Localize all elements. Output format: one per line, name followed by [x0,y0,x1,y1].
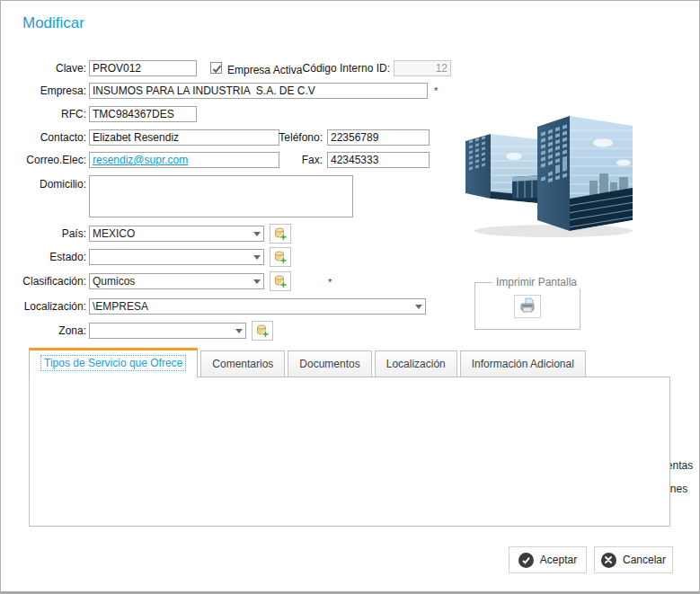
modificar-dialog: Modificar Clave: Empresa Activa Código I… [0,0,700,594]
database-add-icon [273,274,288,289]
localizacion-value: \EMPRESA [90,300,412,313]
correo-field[interactable]: resendiz@supr.com [89,152,279,168]
empresa-required-mark: * [434,86,438,95]
localizacion-label: Localización: [8,298,86,315]
tab-label: Tipos de Servicio que Ofrece [40,355,186,371]
clasificacion-value: Qumicos [90,275,250,288]
cancelar-label: Cancelar [623,554,666,566]
chevron-down-icon[interactable] [250,274,263,288]
codigo-interno-label: Código Interno ID: [297,60,390,76]
check-icon [211,63,223,75]
pais-combo[interactable]: MEXICO [89,226,264,242]
contacto-label: Contacto: [8,129,86,146]
correo-label: Correo.Elec: [8,152,86,168]
check-circle-icon [518,553,534,568]
email-link[interactable]: resendiz@supr.com [93,154,188,166]
chevron-down-icon[interactable] [412,299,425,314]
database-add-icon [255,324,270,339]
fax-input[interactable] [327,152,430,168]
print-screen-button[interactable] [514,295,541,318]
contacto-input[interactable] [89,129,279,146]
rfc-label: RFC: [8,106,86,122]
tab-label: Comentarios [212,358,273,370]
zona-combo[interactable] [89,323,246,339]
telefono-input[interactable] [327,129,430,146]
servicios-tab-panel [29,377,670,527]
add-estado-button[interactable] [270,247,291,267]
empresa-activa-label: Empresa Activa [227,62,308,78]
page-title: Modificar [22,14,84,32]
imprimir-pantalla-group: Imprimir Pantalla [474,276,580,330]
clave-input[interactable] [89,60,197,76]
tab-localizacion[interactable]: Localización [375,350,457,377]
telefono-label: Teléfono: [253,129,323,146]
database-add-icon [273,226,288,242]
tab-informacion-adicional[interactable]: Información Adicional [460,350,586,377]
tab-strip: Tipos de Servicio que Ofrece Comentarios… [29,348,586,377]
aceptar-label: Aceptar [540,554,577,566]
empresa-activa-checkbox[interactable] [210,62,222,74]
chevron-down-icon[interactable] [232,324,245,338]
empresa-label: Empresa: [8,83,86,99]
add-clasificacion-button[interactable] [270,271,291,291]
tab-label: Información Adicional [472,358,574,370]
clasificacion-label: Clasificación: [8,273,86,289]
pais-label: País: [8,226,86,242]
cancelar-button[interactable]: Cancelar [594,546,673,573]
cross-circle-icon [601,553,616,568]
clasificacion-combo[interactable]: Qumicos [89,273,264,289]
add-pais-button[interactable] [270,224,291,244]
tab-documentos[interactable]: Documentos [288,350,371,377]
fax-label: Fax: [253,152,323,168]
clasificacion-required-mark: * [328,278,332,287]
chevron-down-icon[interactable] [250,226,263,241]
pais-value: MEXICO [90,227,250,240]
company-buildings-illustration [455,91,645,242]
aceptar-button[interactable]: Aceptar [509,546,587,573]
clave-label: Clave: [8,60,86,76]
tab-label: Localización [386,358,446,370]
estado-combo[interactable] [89,249,264,265]
tab-tipos-de-servicio[interactable]: Tipos de Servicio que Ofrece [29,348,198,377]
rfc-input[interactable] [89,106,197,122]
codigo-interno-input [394,60,451,76]
database-add-icon [273,250,288,265]
domicilio-label: Domicilio: [8,176,86,192]
domicilio-textarea[interactable] [89,175,353,217]
tab-comentarios[interactable]: Comentarios [200,350,285,377]
estado-label: Estado: [8,249,86,265]
empresa-input[interactable] [89,83,428,99]
imprimir-pantalla-legend: Imprimir Pantalla [492,276,580,288]
localizacion-combo[interactable]: \EMPRESA [89,298,426,315]
tab-label: Documentos [299,358,359,370]
add-zona-button[interactable] [252,321,273,341]
printer-icon [518,297,536,314]
zona-label: Zona: [8,323,86,339]
chevron-down-icon[interactable] [250,250,263,264]
